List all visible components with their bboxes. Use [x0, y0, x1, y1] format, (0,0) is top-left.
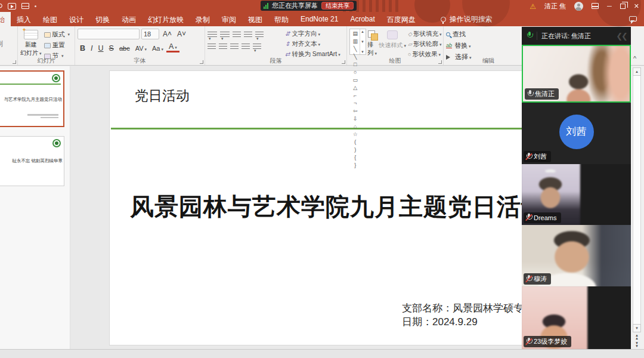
font-color-button[interactable]: A — [166, 44, 179, 53]
participant-tile-dreams[interactable]: Dreams — [522, 164, 631, 225]
new-slide-button[interactable]: 新建 幻灯片 — [20, 29, 42, 57]
layout-button[interactable]: 版式 — [44, 30, 70, 39]
shape-fill-button[interactable]: ◇形状填充 — [408, 30, 441, 38]
scrollbar-track[interactable] — [633, 76, 641, 324]
more-options-icon[interactable] — [35, 5, 36, 7]
restore-button[interactable] — [620, 4, 626, 9]
ribbon-tab[interactable]: 插入 — [11, 12, 37, 26]
underline-button[interactable]: U — [96, 44, 106, 53]
shape-icon[interactable]: ⇩ — [351, 115, 360, 123]
account-avatar[interactable] — [574, 2, 583, 11]
ribbon-tab[interactable]: 视图 — [242, 12, 268, 26]
shape-icon[interactable]: ¬ — [351, 100, 360, 107]
increase-indent-icon[interactable] — [244, 32, 252, 38]
shape-icon[interactable]: ⇦ — [351, 107, 360, 115]
ribbon-tab[interactable]: 切换 — [89, 12, 116, 26]
align-left-icon[interactable] — [208, 44, 216, 50]
slide-header-text[interactable]: 党日活动 — [135, 87, 190, 105]
shadow-button[interactable]: abc — [117, 45, 132, 52]
collapse-ribbon-icon[interactable]: ^ — [633, 55, 636, 62]
stop-share-button[interactable]: 结束共享 — [321, 2, 354, 10]
participant-tile-jiaoqingzheng[interactable]: 焦清正 — [522, 45, 631, 103]
align-center-icon[interactable] — [219, 44, 227, 50]
account-name[interactable]: 清正 焦 — [544, 2, 566, 11]
warning-icon[interactable] — [530, 1, 536, 11]
previous-slide-button[interactable]: ▲▲ — [635, 334, 639, 340]
undo-icon[interactable] — [0, 1, 2, 11]
shape-icon[interactable]: ╲ — [351, 45, 360, 53]
ribbon-tab[interactable]: Acrobat — [344, 12, 380, 26]
ribbon-tab[interactable]: 百度网盘 — [381, 12, 422, 26]
ribbon-tab[interactable]: 绘图 — [37, 12, 63, 26]
format-painter-label[interactable]: 格式刷 — [0, 39, 3, 48]
shape-icon[interactable]: ○ — [351, 69, 360, 76]
dialog-launcher-icon[interactable] — [200, 60, 203, 64]
arrange-button[interactable]: 排列 — [368, 29, 377, 57]
increase-font-icon[interactable]: A˄ — [161, 30, 174, 38]
text-direction-button[interactable]: ⇵文字方向 — [285, 30, 340, 38]
strikethrough-button[interactable]: S — [107, 44, 116, 53]
replace-button[interactable]: ab替换 — [446, 40, 531, 51]
scroll-down-button[interactable]: ▼ — [633, 324, 641, 332]
italic-button[interactable]: I — [88, 44, 95, 53]
shape-icon[interactable]: ▭ — [351, 76, 360, 84]
collapse-panel-icon[interactable]: ❮❮ — [616, 32, 627, 41]
ribbon-tab[interactable]: 审阅 — [216, 12, 242, 26]
shape-gallery-scrollbar[interactable]: ▲▼▼ — [360, 29, 366, 54]
font-name-select[interactable] — [78, 29, 140, 39]
shape-icon[interactable]: ) — [351, 146, 360, 154]
minimize-button[interactable] — [607, 2, 612, 10]
reset-button[interactable]: 重置 — [44, 41, 70, 50]
ribbon-tab[interactable]: 幻灯片放映 — [142, 12, 190, 26]
shape-icon[interactable]: ▤ — [351, 30, 360, 38]
tab-home[interactable]: 开始 — [0, 12, 11, 26]
dialog-launcher-icon[interactable] — [438, 60, 442, 64]
shape-icon[interactable]: ⌂ — [351, 123, 360, 131]
slide-title-text[interactable]: 风景园林与艺术学院九月主题党日活动 — [130, 190, 546, 223]
change-case-button[interactable]: Aa — [150, 45, 166, 52]
slide-thumbnail-1[interactable]: 与艺术学院九月主题党日活动 — [0, 70, 64, 127]
close-button[interactable] — [634, 2, 639, 10]
bold-button[interactable]: B — [78, 44, 88, 53]
next-slide-button[interactable]: ▼▼ — [635, 342, 639, 348]
quick-styles-button[interactable]: 快速样式 — [379, 29, 407, 57]
dialog-launcher-icon[interactable] — [342, 60, 345, 64]
slide-icon[interactable] — [21, 3, 29, 9]
dialog-launcher-icon[interactable] — [13, 60, 16, 64]
participant-tile-mutao[interactable]: 穆涛 — [522, 225, 631, 286]
justify-icon[interactable] — [242, 44, 250, 50]
participant-tile-limengjiao[interactable]: 23级李梦姣 — [522, 286, 631, 349]
start-slideshow-icon[interactable] — [8, 3, 16, 10]
decrease-indent-icon[interactable] — [233, 32, 241, 38]
font-size-select[interactable] — [141, 29, 159, 39]
ribbon-tab[interactable]: 帮助 — [268, 12, 295, 26]
shape-icon[interactable]: ▥ — [351, 38, 360, 45]
screen: 您正在共享屏幕 结束共享 清正 焦 开始 插入绘图设计切换动画幻灯片放映录制审阅… — [0, 0, 644, 358]
line-spacing-icon[interactable] — [255, 32, 264, 38]
participant-tile-liuqian[interactable]: 刘茜 刘茜 — [522, 103, 631, 164]
shape-icon[interactable]: ☆ — [351, 131, 360, 138]
ribbon-tab[interactable]: 设计 — [63, 12, 89, 26]
ribbon-display-options-icon[interactable] — [592, 3, 599, 9]
shape-icon[interactable]: ⌐ — [351, 92, 360, 100]
align-right-icon[interactable] — [230, 44, 239, 50]
scroll-up-button[interactable]: ▲ — [633, 67, 641, 76]
participant-name-badge: 焦清正 — [525, 88, 559, 100]
find-button[interactable]: 查找 — [446, 29, 531, 40]
character-spacing-button[interactable]: AV — [133, 45, 149, 52]
align-text-button[interactable]: ⇕对齐文本 — [285, 40, 340, 48]
shape-icon[interactable]: } — [351, 162, 360, 169]
bullets-icon[interactable] — [208, 32, 217, 38]
shape-icon[interactable]: △ — [351, 84, 360, 92]
decrease-font-icon[interactable]: A˅ — [175, 30, 188, 38]
shape-outline-button[interactable]: ▱形状轮廓 — [408, 40, 441, 48]
vertical-scrollbar[interactable]: ▲ ▼ — [633, 67, 641, 332]
numbering-icon[interactable] — [220, 32, 230, 38]
shape-icon[interactable]: { — [351, 154, 360, 162]
ribbon-tab[interactable]: EndNote 21 — [295, 12, 344, 26]
ribbon-tab[interactable]: 动画 — [116, 12, 142, 26]
slide-thumbnail-2[interactable]: 耻永不忘 铭刻英烈续华章 — [0, 136, 64, 186]
columns-icon[interactable] — [253, 44, 261, 50]
ribbon-tab[interactable]: 录制 — [190, 12, 216, 26]
shape-icon[interactable]: ( — [351, 138, 360, 146]
